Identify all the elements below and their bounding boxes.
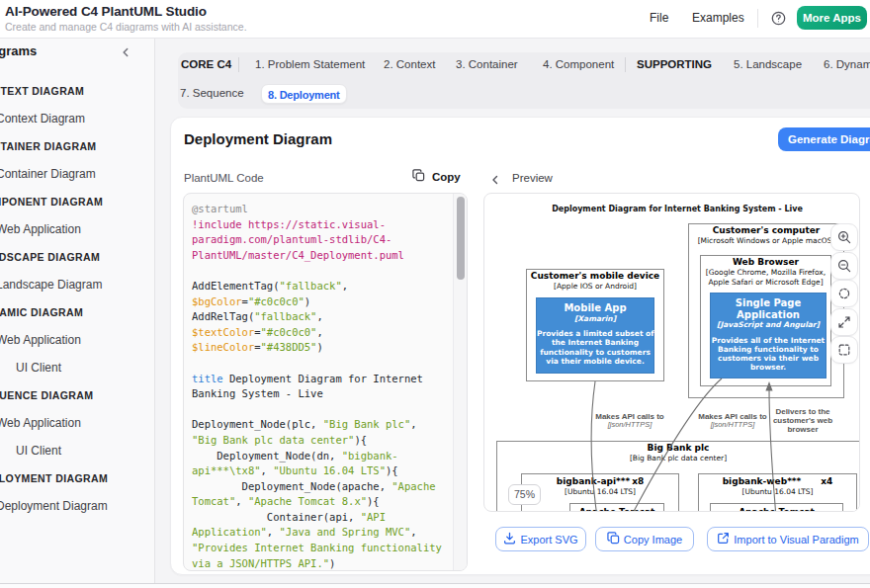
code-token: $bgColor — [192, 295, 242, 307]
copy-icon — [607, 532, 620, 546]
code-token: ){ — [367, 495, 380, 507]
rel-text: browser — [773, 425, 832, 434]
node-title: Web Browser — [701, 257, 830, 268]
copy-icon — [412, 169, 425, 185]
code-token: "Java and Spring MVC" — [280, 526, 411, 538]
node-title: Customer's mobile device — [527, 271, 663, 282]
select-area-icon[interactable] — [830, 336, 858, 364]
node-tech: [Ubuntu 16.04 LTS] — [699, 487, 856, 497]
menu-file[interactable]: File — [650, 11, 668, 26]
copy-code-button[interactable]: Copy — [412, 169, 461, 185]
menu-examples[interactable]: Examples — [692, 11, 744, 26]
code-token: PlantUML/master/C4_Deployment.puml — [192, 249, 404, 261]
container-desc-line: Banking functionality to — [711, 345, 826, 354]
code-token: $lineColor — [192, 341, 254, 353]
rel-tech: [json/HTTPS] — [595, 421, 664, 430]
more-apps-button[interactable]: More Apps — [797, 6, 867, 30]
node-title: Big Bank plc — [497, 443, 859, 454]
import-to-visual-paradigm-button[interactable]: Import to Visual Paradigm — [707, 527, 869, 551]
code-token: , — [410, 526, 416, 538]
zoom-in-icon[interactable] — [830, 223, 858, 251]
sidebar-item[interactable]: Landscape Diagram — [0, 271, 155, 298]
rel-tech: [json/HTTPS] — [698, 421, 767, 430]
tab[interactable]: 3. Container — [456, 56, 518, 72]
container-desc-line: the Internet Banking — [537, 338, 653, 347]
external-link-icon — [717, 532, 730, 546]
sidebar-collapse-icon[interactable] — [119, 45, 132, 59]
code-token: Deployment_Node(apache, — [192, 480, 392, 492]
sidebar-item[interactable]: UI Client — [16, 354, 155, 381]
fullscreen-icon[interactable] — [830, 308, 858, 336]
code-token: "#c0c0c0" — [248, 295, 304, 307]
node-tech: [Microsoft Windows or Apple macOS] — [689, 236, 843, 246]
tab[interactable]: 4. Component — [543, 56, 614, 72]
code-token: ) — [316, 341, 322, 353]
node-title: bigbank-api***x8 — [522, 476, 678, 487]
tab-group-divider — [625, 57, 626, 72]
code-line — [192, 402, 447, 418]
container-title: Mobile App — [537, 302, 653, 314]
code-token: Tomcat" — [192, 495, 235, 507]
copy-image-button[interactable]: Copy Image — [595, 527, 694, 551]
sidebar-item[interactable]: Context Diagram — [0, 105, 155, 132]
tab[interactable]: 7. Sequence — [180, 85, 244, 101]
code-line: $textColor="#c0c0c0", — [192, 325, 447, 341]
tab[interactable]: 2. Context — [384, 56, 435, 72]
diagram-preview[interactable]: Deployment Diagram for Internet Banking … — [483, 193, 860, 512]
sidebar-item[interactable]: Container Diagram — [0, 160, 155, 188]
help-icon[interactable] — [771, 11, 786, 26]
node-tech: [Big Bank plc data center] — [497, 454, 859, 463]
node-apache-tomcat-web: Apache Tomcat — [710, 503, 843, 512]
tab-group-label: SUPPORTING — [637, 56, 712, 72]
code-token: "fallback" — [280, 280, 342, 292]
sidebar-section-header: DYNAMIC DIAGRAM — [0, 298, 155, 326]
tab-bar: CORE C41. Problem Statement2. Context3. … — [178, 52, 870, 109]
container-desc-line: customers via their web — [711, 354, 826, 363]
code-token: "Big Bank plc" — [323, 418, 411, 430]
sidebar-section-header: SEQUENCE DIAGRAM — [0, 381, 155, 409]
node-multiplier: x4 — [821, 476, 832, 487]
sidebar-list: CONTEXT DIAGRAMContext DiagramCONTAINER … — [0, 77, 155, 520]
code-lines: @startuml!include https://static.visual-… — [192, 202, 447, 571]
sidebar-item[interactable]: Web Application — [0, 409, 155, 437]
code-token: Banking System - Live — [192, 387, 323, 399]
preview-collapse-icon[interactable] — [489, 172, 501, 184]
sidebar-item[interactable]: Web Application — [0, 215, 155, 243]
code-scrollbar-thumb[interactable] — [457, 197, 465, 280]
generate-diagram-button[interactable]: Generate Diagram — [778, 127, 870, 151]
plantuml-code-label: PlantUML Code — [184, 172, 264, 185]
node-tech: [Ubuntu 16.04 LTS] — [522, 487, 678, 497]
sidebar-section-header: LANDSCAPE DIAGRAM — [0, 243, 155, 271]
tab[interactable]: 6. Dynamic — [824, 56, 870, 72]
code-token: ) — [304, 295, 310, 307]
sidebar-item[interactable]: Web Application — [0, 326, 155, 354]
code-scrollbar[interactable] — [453, 194, 467, 570]
code-line: title Deployment Diagram for Internet — [192, 372, 447, 387]
container-title: Application — [711, 309, 826, 321]
export-svg-button[interactable]: Export SVG — [495, 527, 586, 551]
code-line: "Big Bank plc data center"){ — [192, 433, 447, 449]
code-line: AddRelTag("fallback", — [192, 309, 447, 325]
code-token: "Ubuntu 16.04 LTS" — [273, 464, 386, 476]
code-token: "#438DD5" — [261, 341, 317, 353]
zoom-out-icon[interactable] — [830, 252, 858, 280]
code-token: "Apache — [392, 480, 435, 492]
tab-group-divider — [238, 57, 239, 72]
copy-image-label: Copy Image — [624, 534, 682, 546]
tab[interactable]: 5. Landscape — [734, 56, 802, 72]
sidebar-section-header: CONTAINER DIAGRAM — [0, 132, 155, 160]
container-spa: Single Page Application [JavaScript and … — [710, 293, 826, 378]
code-token: "fallback" — [254, 310, 316, 322]
sidebar-item[interactable]: UI Client — [16, 437, 155, 464]
tab[interactable]: 1. Problem Statement — [255, 56, 365, 72]
code-token: AddElementTag( — [192, 280, 280, 292]
main-card: Deployment Diagram Generate Diagram Plan… — [170, 117, 870, 575]
tab-active[interactable]: 8. Deployment — [261, 84, 347, 104]
export-svg-label: Export SVG — [520, 534, 577, 546]
code-line: Tomcat", "Apache Tomcat 8.x"){ — [192, 494, 447, 510]
code-line: Deployment_Node(dn, "bigbank- — [192, 449, 447, 464]
sidebar-item[interactable]: Deployment Diagram — [0, 492, 155, 520]
code-editor[interactable]: @startuml!include https://static.visual-… — [183, 193, 468, 571]
code-token: "bigbank- — [342, 450, 398, 462]
reset-view-icon[interactable] — [830, 280, 858, 307]
